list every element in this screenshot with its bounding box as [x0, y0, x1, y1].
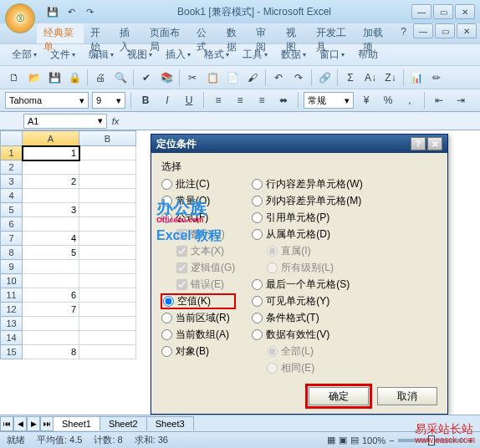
- menu-data[interactable]: 数据▾: [274, 45, 313, 64]
- radio-validation[interactable]: 数据有效性(V): [252, 328, 362, 342]
- paste-icon[interactable]: 📄: [223, 69, 242, 87]
- tab-review[interactable]: 审阅: [249, 23, 279, 43]
- row-header[interactable]: 7: [1, 232, 23, 246]
- office-button[interactable]: Ⓧ: [5, 3, 35, 33]
- cell[interactable]: [23, 260, 79, 274]
- sheet-tab-1[interactable]: Sheet1: [53, 416, 100, 430]
- col-header-a[interactable]: A: [23, 131, 79, 146]
- radio-cond-fmt[interactable]: 条件格式(T): [252, 311, 362, 325]
- dialog-help-button[interactable]: ?: [411, 137, 426, 150]
- cell[interactable]: [79, 260, 136, 274]
- cell[interactable]: 4: [23, 232, 79, 246]
- menu-insert[interactable]: 插入▾: [159, 45, 197, 64]
- number-format-select[interactable]: 常规▾: [304, 92, 354, 109]
- redo-icon[interactable]: ↷: [289, 69, 308, 87]
- cell[interactable]: [23, 331, 79, 345]
- menu-edit[interactable]: 编辑▾: [82, 45, 120, 64]
- radio-comments[interactable]: 批注(C): [161, 177, 235, 191]
- row-header[interactable]: 5: [1, 203, 23, 217]
- menu-file[interactable]: 文件▾: [43, 45, 82, 64]
- name-box[interactable]: A1▾: [23, 114, 107, 129]
- save-icon[interactable]: 💾: [45, 69, 64, 87]
- row-header[interactable]: 9: [1, 260, 23, 274]
- cell[interactable]: 7: [23, 303, 79, 317]
- radio-current-region[interactable]: 当前区域(R): [161, 311, 235, 325]
- currency-icon[interactable]: ¥: [357, 91, 375, 109]
- row-header[interactable]: 8: [1, 246, 23, 260]
- menu-tools[interactable]: 工具▾: [236, 45, 274, 64]
- radio-blanks[interactable]: 空值(K): [161, 294, 235, 308]
- chart-icon[interactable]: 📊: [407, 69, 426, 87]
- merge-icon[interactable]: ⬌: [274, 91, 293, 109]
- cell[interactable]: [79, 345, 136, 359]
- cell[interactable]: [79, 217, 136, 232]
- print-icon[interactable]: 🖨: [91, 69, 110, 87]
- tab-view[interactable]: 视图: [279, 23, 309, 43]
- help-icon[interactable]: ?: [394, 23, 413, 43]
- radio-formulas[interactable]: 公式(F): [161, 211, 235, 225]
- minimize-button[interactable]: —: [411, 4, 431, 19]
- wb-minimize-button[interactable]: —: [413, 23, 433, 38]
- sort-asc-icon[interactable]: A↓: [361, 69, 380, 87]
- radio-last-cell[interactable]: 最后一个单元格(S): [252, 277, 362, 292]
- cell[interactable]: [79, 146, 136, 160]
- align-left-icon[interactable]: ≡: [209, 91, 227, 109]
- view-normal-icon[interactable]: ▦: [327, 435, 335, 445]
- tab-classic-menu[interactable]: 经典菜单: [37, 23, 84, 43]
- cell[interactable]: [23, 317, 79, 331]
- indent-dec-icon[interactable]: ⇤: [430, 91, 448, 109]
- menu-window[interactable]: 窗口▾: [313, 45, 351, 64]
- drawing-icon[interactable]: ✏: [427, 69, 446, 87]
- cut-icon[interactable]: ✂: [183, 69, 202, 87]
- cell[interactable]: 3: [23, 203, 79, 217]
- font-size-select[interactable]: 9▾: [92, 92, 125, 109]
- cell[interactable]: [79, 160, 136, 175]
- open-icon[interactable]: 📂: [25, 69, 43, 87]
- row-header[interactable]: 1: [1, 146, 23, 160]
- sheet-nav-last[interactable]: ⏭: [40, 416, 54, 431]
- sheet-nav-first[interactable]: ⏮: [0, 416, 13, 431]
- row-header[interactable]: 14: [1, 331, 23, 345]
- radio-col-diff[interactable]: 列内容差异单元格(M): [252, 194, 362, 208]
- row-header[interactable]: 3: [1, 175, 23, 189]
- undo-icon[interactable]: ↶: [64, 4, 79, 19]
- cell[interactable]: [79, 288, 136, 303]
- row-header[interactable]: 2: [1, 160, 23, 175]
- sheet-tab-3[interactable]: Sheet3: [146, 416, 194, 430]
- dialog-title-bar[interactable]: 定位条件 ? ✕: [151, 135, 447, 153]
- row-header[interactable]: 11: [1, 288, 23, 303]
- close-button[interactable]: ✕: [455, 4, 475, 19]
- view-break-icon[interactable]: ▤: [350, 435, 359, 445]
- permission-icon[interactable]: 🔒: [65, 69, 84, 87]
- cell[interactable]: [79, 175, 136, 189]
- cell[interactable]: [79, 232, 136, 246]
- zoom-level[interactable]: 100%: [362, 435, 386, 445]
- sort-desc-icon[interactable]: Z↓: [381, 69, 400, 87]
- indent-inc-icon[interactable]: ⇥: [452, 91, 470, 109]
- autosum-icon[interactable]: Σ: [341, 69, 360, 87]
- zoom-out-button[interactable]: −: [389, 435, 394, 445]
- tab-addins[interactable]: 加载项: [356, 23, 395, 43]
- cell[interactable]: [23, 189, 79, 203]
- cell[interactable]: 6: [23, 288, 79, 303]
- wb-close-button[interactable]: ✕: [457, 23, 477, 38]
- menu-view[interactable]: 视图▾: [120, 45, 159, 64]
- radio-objects[interactable]: 对象(B): [161, 344, 235, 359]
- select-all-corner[interactable]: [1, 131, 23, 146]
- maximize-button[interactable]: ▭: [433, 4, 453, 19]
- cell[interactable]: [23, 217, 79, 232]
- preview-icon[interactable]: 🔍: [111, 69, 130, 87]
- cell[interactable]: [79, 189, 136, 203]
- tab-data[interactable]: 数据: [220, 23, 250, 43]
- col-header-b[interactable]: B: [79, 131, 136, 146]
- fx-icon[interactable]: fx: [107, 116, 124, 126]
- cell[interactable]: 5: [23, 246, 79, 260]
- wb-restore-button[interactable]: ▭: [435, 23, 455, 38]
- sheet-tab-2[interactable]: Sheet2: [100, 416, 147, 430]
- view-layout-icon[interactable]: ▣: [339, 435, 347, 445]
- radio-dependents[interactable]: 从属单元格(D): [252, 227, 362, 242]
- radio-row-diff[interactable]: 行内容差异单元格(W): [252, 177, 362, 191]
- cell[interactable]: [79, 274, 136, 288]
- cell[interactable]: [79, 303, 136, 317]
- comma-icon[interactable]: ,: [401, 91, 419, 109]
